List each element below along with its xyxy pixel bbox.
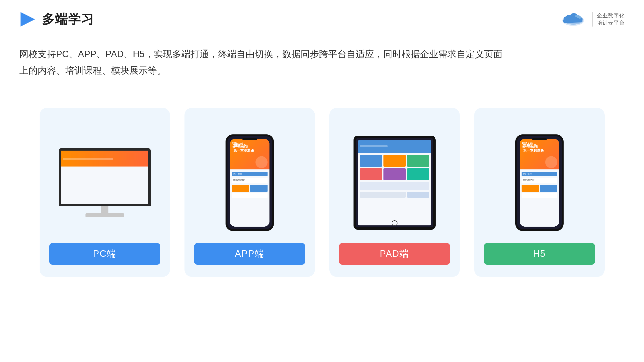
brand-text-block: 企业数字化 培训云平台 [597,12,625,26]
pad-card: PAD端 [329,108,460,277]
monitor-device [56,148,153,217]
pc-button[interactable]: PC端 [49,243,160,265]
app-button[interactable]: APP端 [194,243,305,265]
h5-phone-top: 职场人的第一堂职通课 [520,139,559,169]
pad-tablet-body [358,153,431,200]
description-block: 网校支持PC、APP、PAD、H5，实现多端打通，终端自由切换，数据同步跨平台自… [0,39,604,79]
app-phone-top: 职场人的第一堂职通课 [230,139,270,169]
brand-cloud-icon [559,10,588,29]
app-phone-bottom: 热门课程 推荐课程内容 [230,169,270,227]
pad-device-image [339,122,450,243]
device-cards-container: PC端 职场人的第一堂职通课 热门课程 推荐课程内容 [0,79,644,277]
pad-tablet-device [354,136,436,230]
brand-tagline1: 企业数字化 [597,12,625,19]
brand-logo: 企业数字化 培训云平台 [559,10,625,29]
h5-phone-screen: 职场人的第一堂职通课 热门课程 推荐课程内容 [520,139,559,227]
play-icon [19,11,36,28]
page-header: 多端学习 企业数字化 培训云平台 [0,0,644,39]
monitor-base [86,213,124,217]
pad-block-4 [360,168,382,180]
h5-card: 职场人的第一堂职通课 热门课程 推荐课程内容 [474,108,605,277]
pad-button[interactable]: PAD端 [339,243,450,265]
svg-marker-0 [20,12,35,26]
h5-phone-bottom: 热门课程 推荐课程内容 [520,169,559,227]
pad-block-1 [360,155,382,167]
brand-divider [592,12,592,26]
h5-device-image: 职场人的第一堂职通课 热门课程 推荐课程内容 [484,122,595,243]
monitor-neck [101,206,108,213]
pad-block-6 [407,168,429,180]
pad-block-2 [384,155,406,167]
description-line2: 上的内容、培训课程、模块展示等。 [19,62,584,79]
h5-phone-device: 职场人的第一堂职通课 热门课程 推荐课程内容 [515,134,564,231]
monitor-screen [59,148,151,206]
pad-tablet-screen [358,140,431,225]
app-card: 职场人的第一堂职通课 热门课程 推荐课程内容 [184,108,315,277]
pad-tablet-header [358,140,431,153]
pc-card: PC端 [40,108,170,277]
app-device-image: 职场人的第一堂职通课 热门课程 推荐课程内容 [194,122,305,243]
brand-tagline2: 培训云平台 [597,19,625,26]
pc-device-image [49,122,160,243]
description-line1: 网校支持PC、APP、PAD、H5，实现多端打通，终端自由切换，数据同步跨平台自… [19,46,584,62]
app-phone-device: 职场人的第一堂职通课 热门课程 推荐课程内容 [226,134,274,231]
header-left: 多端学习 [19,11,94,28]
pad-block-3 [407,155,429,167]
pad-block-5 [384,168,406,180]
monitor-screen-content [61,151,148,204]
h5-button[interactable]: H5 [484,243,595,265]
page-title: 多端学习 [42,11,94,28]
app-phone-screen: 职场人的第一堂职通课 热门课程 推荐课程内容 [230,139,270,227]
